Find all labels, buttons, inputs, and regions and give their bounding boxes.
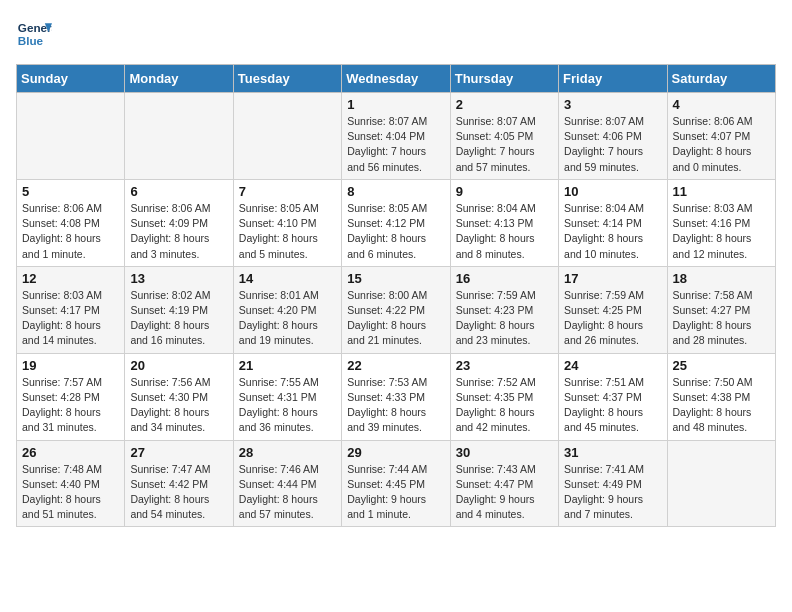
day-number: 24 [564,358,661,373]
day-number: 28 [239,445,336,460]
day-info: Sunrise: 8:07 AM Sunset: 4:06 PM Dayligh… [564,114,661,175]
weekday-header-friday: Friday [559,65,667,93]
day-number: 10 [564,184,661,199]
day-info: Sunrise: 8:00 AM Sunset: 4:22 PM Dayligh… [347,288,444,349]
day-number: 20 [130,358,227,373]
calendar-cell: 14Sunrise: 8:01 AM Sunset: 4:20 PM Dayli… [233,266,341,353]
week-row-4: 19Sunrise: 7:57 AM Sunset: 4:28 PM Dayli… [17,353,776,440]
calendar-cell: 8Sunrise: 8:05 AM Sunset: 4:12 PM Daylig… [342,179,450,266]
day-info: Sunrise: 7:59 AM Sunset: 4:23 PM Dayligh… [456,288,553,349]
day-info: Sunrise: 8:03 AM Sunset: 4:16 PM Dayligh… [673,201,770,262]
day-info: Sunrise: 7:47 AM Sunset: 4:42 PM Dayligh… [130,462,227,523]
day-number: 25 [673,358,770,373]
day-number: 23 [456,358,553,373]
calendar-cell: 19Sunrise: 7:57 AM Sunset: 4:28 PM Dayli… [17,353,125,440]
calendar-cell [125,93,233,180]
calendar-cell: 18Sunrise: 7:58 AM Sunset: 4:27 PM Dayli… [667,266,775,353]
day-number: 29 [347,445,444,460]
day-info: Sunrise: 8:02 AM Sunset: 4:19 PM Dayligh… [130,288,227,349]
day-info: Sunrise: 8:03 AM Sunset: 4:17 PM Dayligh… [22,288,119,349]
calendar-cell: 25Sunrise: 7:50 AM Sunset: 4:38 PM Dayli… [667,353,775,440]
day-info: Sunrise: 7:46 AM Sunset: 4:44 PM Dayligh… [239,462,336,523]
calendar-cell: 9Sunrise: 8:04 AM Sunset: 4:13 PM Daylig… [450,179,558,266]
weekday-header-wednesday: Wednesday [342,65,450,93]
calendar-cell: 24Sunrise: 7:51 AM Sunset: 4:37 PM Dayli… [559,353,667,440]
day-number: 16 [456,271,553,286]
day-number: 15 [347,271,444,286]
calendar-cell: 10Sunrise: 8:04 AM Sunset: 4:14 PM Dayli… [559,179,667,266]
day-number: 1 [347,97,444,112]
day-number: 17 [564,271,661,286]
calendar-cell: 17Sunrise: 7:59 AM Sunset: 4:25 PM Dayli… [559,266,667,353]
day-info: Sunrise: 7:41 AM Sunset: 4:49 PM Dayligh… [564,462,661,523]
day-info: Sunrise: 8:06 AM Sunset: 4:08 PM Dayligh… [22,201,119,262]
day-number: 21 [239,358,336,373]
calendar-cell: 16Sunrise: 7:59 AM Sunset: 4:23 PM Dayli… [450,266,558,353]
calendar-cell: 31Sunrise: 7:41 AM Sunset: 4:49 PM Dayli… [559,440,667,527]
weekday-header-monday: Monday [125,65,233,93]
calendar-cell: 1Sunrise: 8:07 AM Sunset: 4:04 PM Daylig… [342,93,450,180]
day-number: 8 [347,184,444,199]
day-number: 13 [130,271,227,286]
calendar-cell: 2Sunrise: 8:07 AM Sunset: 4:05 PM Daylig… [450,93,558,180]
day-number: 19 [22,358,119,373]
calendar-cell: 21Sunrise: 7:55 AM Sunset: 4:31 PM Dayli… [233,353,341,440]
day-info: Sunrise: 7:44 AM Sunset: 4:45 PM Dayligh… [347,462,444,523]
day-info: Sunrise: 7:52 AM Sunset: 4:35 PM Dayligh… [456,375,553,436]
day-number: 18 [673,271,770,286]
day-info: Sunrise: 7:51 AM Sunset: 4:37 PM Dayligh… [564,375,661,436]
day-number: 14 [239,271,336,286]
day-number: 12 [22,271,119,286]
day-info: Sunrise: 7:56 AM Sunset: 4:30 PM Dayligh… [130,375,227,436]
calendar-cell [667,440,775,527]
day-info: Sunrise: 7:53 AM Sunset: 4:33 PM Dayligh… [347,375,444,436]
header: General Blue [16,16,776,52]
day-number: 3 [564,97,661,112]
day-number: 31 [564,445,661,460]
calendar-cell: 13Sunrise: 8:02 AM Sunset: 4:19 PM Dayli… [125,266,233,353]
day-info: Sunrise: 7:58 AM Sunset: 4:27 PM Dayligh… [673,288,770,349]
calendar-cell: 22Sunrise: 7:53 AM Sunset: 4:33 PM Dayli… [342,353,450,440]
day-number: 11 [673,184,770,199]
week-row-3: 12Sunrise: 8:03 AM Sunset: 4:17 PM Dayli… [17,266,776,353]
calendar-cell: 4Sunrise: 8:06 AM Sunset: 4:07 PM Daylig… [667,93,775,180]
day-number: 22 [347,358,444,373]
day-number: 4 [673,97,770,112]
week-row-1: 1Sunrise: 8:07 AM Sunset: 4:04 PM Daylig… [17,93,776,180]
weekday-header-saturday: Saturday [667,65,775,93]
week-row-5: 26Sunrise: 7:48 AM Sunset: 4:40 PM Dayli… [17,440,776,527]
week-row-2: 5Sunrise: 8:06 AM Sunset: 4:08 PM Daylig… [17,179,776,266]
calendar-cell: 26Sunrise: 7:48 AM Sunset: 4:40 PM Dayli… [17,440,125,527]
svg-text:Blue: Blue [18,34,44,47]
weekday-header-row: SundayMondayTuesdayWednesdayThursdayFrid… [17,65,776,93]
day-info: Sunrise: 8:05 AM Sunset: 4:12 PM Dayligh… [347,201,444,262]
calendar-table: SundayMondayTuesdayWednesdayThursdayFrid… [16,64,776,527]
weekday-header-sunday: Sunday [17,65,125,93]
logo: General Blue [16,16,52,52]
logo-icon: General Blue [16,16,52,52]
day-info: Sunrise: 7:43 AM Sunset: 4:47 PM Dayligh… [456,462,553,523]
day-info: Sunrise: 8:05 AM Sunset: 4:10 PM Dayligh… [239,201,336,262]
calendar-cell: 11Sunrise: 8:03 AM Sunset: 4:16 PM Dayli… [667,179,775,266]
day-number: 5 [22,184,119,199]
day-number: 9 [456,184,553,199]
day-info: Sunrise: 8:04 AM Sunset: 4:14 PM Dayligh… [564,201,661,262]
calendar-cell: 5Sunrise: 8:06 AM Sunset: 4:08 PM Daylig… [17,179,125,266]
day-info: Sunrise: 8:04 AM Sunset: 4:13 PM Dayligh… [456,201,553,262]
day-number: 30 [456,445,553,460]
weekday-header-tuesday: Tuesday [233,65,341,93]
day-info: Sunrise: 7:48 AM Sunset: 4:40 PM Dayligh… [22,462,119,523]
day-info: Sunrise: 8:01 AM Sunset: 4:20 PM Dayligh… [239,288,336,349]
calendar-cell: 3Sunrise: 8:07 AM Sunset: 4:06 PM Daylig… [559,93,667,180]
day-info: Sunrise: 7:50 AM Sunset: 4:38 PM Dayligh… [673,375,770,436]
day-number: 6 [130,184,227,199]
day-info: Sunrise: 7:55 AM Sunset: 4:31 PM Dayligh… [239,375,336,436]
calendar-cell: 7Sunrise: 8:05 AM Sunset: 4:10 PM Daylig… [233,179,341,266]
calendar-cell: 30Sunrise: 7:43 AM Sunset: 4:47 PM Dayli… [450,440,558,527]
day-info: Sunrise: 7:57 AM Sunset: 4:28 PM Dayligh… [22,375,119,436]
day-number: 7 [239,184,336,199]
calendar-cell: 27Sunrise: 7:47 AM Sunset: 4:42 PM Dayli… [125,440,233,527]
weekday-header-thursday: Thursday [450,65,558,93]
day-number: 26 [22,445,119,460]
calendar-cell: 23Sunrise: 7:52 AM Sunset: 4:35 PM Dayli… [450,353,558,440]
